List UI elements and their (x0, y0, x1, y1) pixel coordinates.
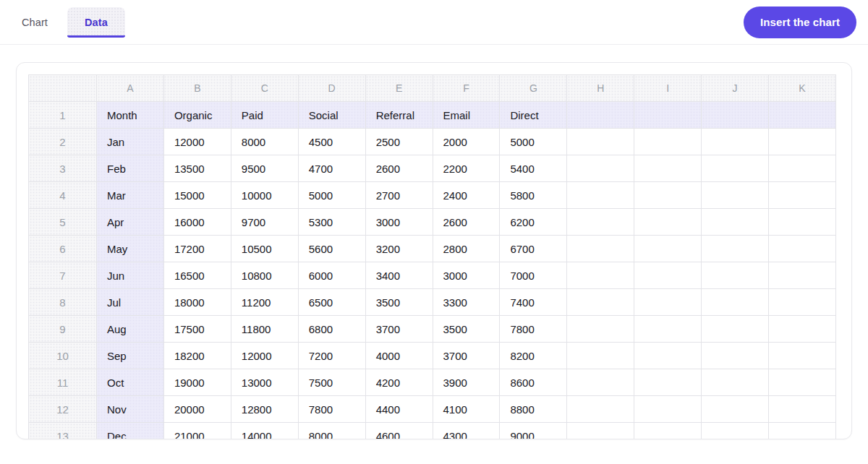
cell-E6[interactable]: 3200 (365, 236, 433, 262)
cell-J2[interactable] (702, 129, 769, 155)
cell-F8[interactable]: 3300 (433, 289, 500, 316)
cell-G13[interactable]: 9000 (500, 423, 567, 440)
cell-F9[interactable]: 3500 (433, 316, 500, 343)
cell-E12[interactable]: 4400 (365, 396, 433, 423)
tab-chart[interactable]: Chart (12, 8, 58, 37)
cell-H6[interactable] (567, 236, 634, 262)
cell-C10[interactable]: 12000 (231, 343, 298, 369)
cell-D13[interactable]: 8000 (298, 423, 365, 440)
cell-J12[interactable] (702, 396, 769, 423)
row-header-5[interactable]: 5 (29, 209, 97, 236)
cell-I1[interactable] (634, 102, 702, 129)
cell-F7[interactable]: 3000 (433, 262, 500, 289)
cell-K3[interactable] (769, 155, 836, 182)
cell-E10[interactable]: 4000 (365, 343, 433, 369)
cell-C11[interactable]: 13000 (231, 369, 298, 396)
cell-K2[interactable] (769, 129, 836, 155)
cell-G3[interactable]: 5400 (500, 155, 567, 182)
cell-F1[interactable]: Email (433, 102, 500, 129)
cell-J13[interactable] (702, 423, 769, 440)
row-header-11[interactable]: 11 (29, 369, 97, 396)
row-header-12[interactable]: 12 (29, 396, 97, 423)
cell-D3[interactable]: 4700 (298, 155, 365, 182)
cell-A1[interactable]: Month (97, 102, 164, 129)
cell-I9[interactable] (634, 316, 702, 343)
cell-H4[interactable] (567, 182, 634, 209)
cell-C1[interactable]: Paid (231, 102, 298, 129)
cell-D9[interactable]: 6800 (298, 316, 365, 343)
cell-B4[interactable]: 15000 (163, 182, 231, 209)
cell-A13[interactable]: Dec (97, 423, 164, 440)
row-header-9[interactable]: 9 (29, 316, 97, 343)
cell-B1[interactable]: Organic (163, 102, 231, 129)
cell-G8[interactable]: 7400 (500, 289, 567, 316)
cell-B2[interactable]: 12000 (163, 129, 231, 155)
cell-E8[interactable]: 3500 (365, 289, 433, 316)
column-header-C[interactable]: C (231, 75, 298, 102)
cell-G12[interactable]: 8800 (500, 396, 567, 423)
cell-D10[interactable]: 7200 (298, 343, 365, 369)
cell-C4[interactable]: 10000 (231, 182, 298, 209)
cell-F5[interactable]: 2600 (433, 209, 500, 236)
cell-A7[interactable]: Jun (97, 262, 164, 289)
cell-E2[interactable]: 2500 (365, 129, 433, 155)
cell-K9[interactable] (769, 316, 836, 343)
cell-K10[interactable] (769, 343, 836, 369)
cell-K4[interactable] (769, 182, 836, 209)
cell-A3[interactable]: Feb (97, 155, 164, 182)
cell-J8[interactable] (702, 289, 769, 316)
cell-D12[interactable]: 7800 (298, 396, 365, 423)
row-header-10[interactable]: 10 (29, 343, 97, 369)
cell-D7[interactable]: 6000 (298, 262, 365, 289)
cell-H5[interactable] (567, 209, 634, 236)
cell-J9[interactable] (702, 316, 769, 343)
cell-K8[interactable] (769, 289, 836, 316)
cell-E5[interactable]: 3000 (365, 209, 433, 236)
cell-I11[interactable] (634, 369, 702, 396)
cell-B12[interactable]: 20000 (163, 396, 231, 423)
cell-B7[interactable]: 16500 (163, 262, 231, 289)
cell-C3[interactable]: 9500 (231, 155, 298, 182)
column-header-I[interactable]: I (634, 75, 702, 102)
cell-H13[interactable] (567, 423, 634, 440)
cell-D4[interactable]: 5000 (298, 182, 365, 209)
cell-E9[interactable]: 3700 (365, 316, 433, 343)
cell-G1[interactable]: Direct (500, 102, 567, 129)
tab-data[interactable]: Data (67, 7, 125, 38)
cell-B6[interactable]: 17200 (163, 236, 231, 262)
cell-K13[interactable] (769, 423, 836, 440)
column-header-B[interactable]: B (163, 75, 231, 102)
cell-C13[interactable]: 14000 (231, 423, 298, 440)
column-header-K[interactable]: K (769, 75, 836, 102)
column-header-E[interactable]: E (365, 75, 433, 102)
cell-H2[interactable] (567, 129, 634, 155)
column-header-J[interactable]: J (702, 75, 769, 102)
row-header-1[interactable]: 1 (29, 102, 97, 129)
cell-E13[interactable]: 4600 (365, 423, 433, 440)
cell-J5[interactable] (702, 209, 769, 236)
cell-I7[interactable] (634, 262, 702, 289)
cell-I4[interactable] (634, 182, 702, 209)
cell-D5[interactable]: 5300 (298, 209, 365, 236)
cell-B5[interactable]: 16000 (163, 209, 231, 236)
cell-C6[interactable]: 10500 (231, 236, 298, 262)
cell-K12[interactable] (769, 396, 836, 423)
cell-B13[interactable]: 21000 (163, 423, 231, 440)
row-header-7[interactable]: 7 (29, 262, 97, 289)
column-header-A[interactable]: A (97, 75, 164, 102)
cell-E1[interactable]: Referral (365, 102, 433, 129)
cell-A11[interactable]: Oct (97, 369, 164, 396)
cell-G11[interactable]: 8600 (500, 369, 567, 396)
cell-J4[interactable] (702, 182, 769, 209)
cell-D11[interactable]: 7500 (298, 369, 365, 396)
cell-K11[interactable] (769, 369, 836, 396)
cell-I12[interactable] (634, 396, 702, 423)
cell-E4[interactable]: 2700 (365, 182, 433, 209)
cell-F3[interactable]: 2200 (433, 155, 500, 182)
corner-cell[interactable] (29, 75, 97, 102)
column-header-D[interactable]: D (298, 75, 365, 102)
cell-I13[interactable] (634, 423, 702, 440)
cell-J1[interactable] (702, 102, 769, 129)
cell-H7[interactable] (567, 262, 634, 289)
cell-G9[interactable]: 7800 (500, 316, 567, 343)
